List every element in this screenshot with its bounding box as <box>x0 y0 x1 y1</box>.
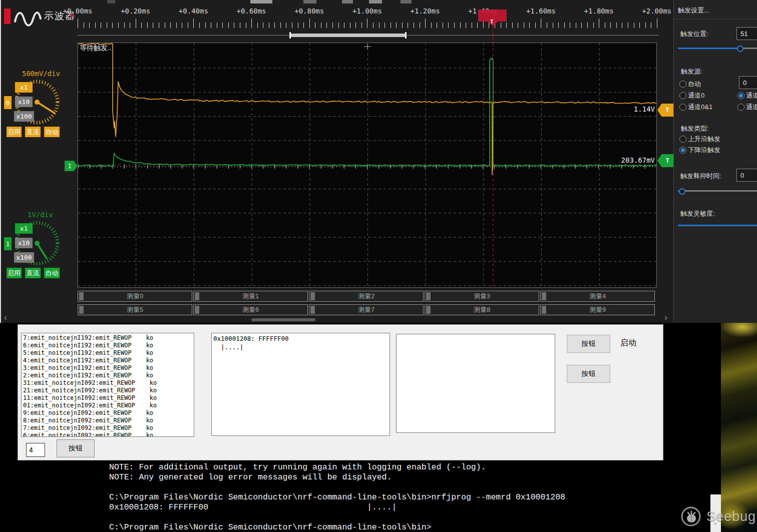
ruler-tick <box>205 23 206 28</box>
ruler-tick <box>130 23 130 28</box>
ch1-mode-auto[interactable]: 自动 <box>44 268 60 278</box>
power-log-listbox[interactable]: 7:emit_noitcejnI192:emit_REWOP ko 6:emit… <box>21 333 194 437</box>
measure-button-0[interactable]: 测量0 <box>78 291 192 302</box>
zoom-window-bar[interactable] <box>291 34 405 37</box>
radio-下降沿触发[interactable] <box>679 147 686 154</box>
ch0-mode-dc[interactable]: 直流 <box>25 127 41 137</box>
ch0-gain-x1[interactable]: x1 <box>15 82 33 93</box>
ruler-tick <box>309 19 310 28</box>
trigger-flag-label: T <box>490 19 494 25</box>
ruler-tick <box>298 23 298 28</box>
ruler-label: +0.60ms <box>234 7 269 15</box>
ruler-tick <box>246 23 246 28</box>
trigger-position-slider-track2[interactable] <box>743 48 757 49</box>
ch1-scale-label: 1V/div <box>28 211 53 219</box>
trigger-position-slider-handle[interactable] <box>737 46 743 52</box>
ch1-gain-x100[interactable]: x100 <box>14 252 34 263</box>
radio-label[interactable]: 通道 <box>746 91 757 100</box>
ruler-label: +1.60ms <box>523 7 558 15</box>
holdoff-slider-handle[interactable] <box>679 188 685 195</box>
ch0-mode-auto[interactable]: 自动 <box>44 127 60 137</box>
ruler-tick <box>355 23 356 28</box>
trigger-settings-panel: 触发设置... 触发位置: 51 触发源: 0 触发类型: 触发释抑时间: 0 … <box>673 0 757 323</box>
ruler-tick <box>541 19 541 28</box>
ch0-scale-label: 500mV/div <box>22 70 60 78</box>
scroll-right-icon[interactable]: › <box>664 312 667 323</box>
empty-output-box[interactable] <box>396 334 555 433</box>
count-input[interactable]: 4 <box>26 443 45 457</box>
ruler-tick <box>651 23 651 28</box>
ch0-gain-x100[interactable]: x100 <box>14 111 34 122</box>
ruler-tick <box>303 23 304 28</box>
ch1-trigger-level-flag[interactable]: T <box>657 154 674 167</box>
sensitivity-label: 触发灵敏度: <box>680 209 715 218</box>
ch1-ground-marker[interactable]: 1 <box>65 161 78 171</box>
measure-button-6[interactable]: 测量6 <box>193 304 308 315</box>
ruler-tick <box>581 23 582 28</box>
measure-button-9[interactable]: 测量9 <box>540 304 655 315</box>
radio-通道[interactable] <box>737 104 744 111</box>
radio-上升沿触发[interactable] <box>679 136 686 143</box>
action-button-2[interactable]: 按钮 <box>567 365 610 383</box>
radio-label[interactable]: 通道0&1 <box>688 103 712 112</box>
trigger-type-label: 触发类型: <box>681 124 709 133</box>
ch0-gain-x10[interactable]: x10 <box>15 97 33 107</box>
memory-readout-box[interactable]: 0x10001208: FFFFFF00 |....| <box>211 333 390 436</box>
radio-自动[interactable] <box>679 81 686 88</box>
holdoff-input[interactable]: 0 <box>736 169 757 182</box>
ruler-tick <box>153 23 153 28</box>
ruler-tick <box>176 23 177 28</box>
radio-通道0[interactable] <box>679 92 686 99</box>
ruler-tick <box>553 23 553 28</box>
ruler-tick <box>634 23 634 28</box>
radio-label[interactable]: 下降沿触发 <box>688 146 720 155</box>
measure-button-5[interactable]: 测量5 <box>78 304 192 315</box>
trigger-position-slider-track[interactable] <box>678 48 738 49</box>
ruler-tick <box>535 23 536 28</box>
ruler-tick <box>466 23 466 28</box>
radio-通道0&1[interactable] <box>679 104 686 111</box>
measure-button-3[interactable]: 测量3 <box>425 291 539 302</box>
measure-button-7[interactable]: 测量7 <box>309 304 424 315</box>
waveform-plot[interactable]: 等待触发.. <box>78 43 657 288</box>
ruler-tick <box>558 23 559 28</box>
ruler-tick <box>645 23 646 28</box>
measure-button-1[interactable]: 测量1 <box>193 291 308 302</box>
measure-button-2[interactable]: 测量2 <box>309 291 424 302</box>
ruler-tick <box>147 23 148 28</box>
ch0-trigger-level-flag[interactable]: T <box>657 104 674 117</box>
measure-button-8[interactable]: 测量8 <box>425 304 539 315</box>
action-button-1[interactable]: 按钮 <box>567 335 610 353</box>
zoom-window-right-cap[interactable] <box>405 32 407 39</box>
radio-label[interactable]: 自动 <box>688 80 701 89</box>
scroll-left-icon[interactable]: ‹ <box>4 312 7 323</box>
ruler-tick <box>141 23 142 28</box>
ruler-tick <box>159 23 159 28</box>
ruler-tick <box>628 23 628 28</box>
ch1-level-readout: 203.67mV <box>596 156 655 164</box>
ch1-gain-x1[interactable]: x1 <box>15 223 33 234</box>
ruler-tick <box>414 23 414 28</box>
ruler-tick <box>222 23 223 28</box>
trigger-source-value-input[interactable]: 0 <box>739 76 757 89</box>
radio-label[interactable]: 通道 <box>746 103 757 112</box>
ruler-tick <box>274 23 275 28</box>
ch1-mode-enable[interactable]: 启用 <box>7 268 22 278</box>
seebug-watermark: Seebug <box>680 505 756 527</box>
trigger-line-stub <box>493 26 493 43</box>
ruler-tick <box>188 23 188 28</box>
trigger-position-input[interactable]: 51 <box>736 27 757 40</box>
holdoff-slider-track2[interactable] <box>685 190 757 192</box>
ch1-mode-dc[interactable]: 直流 <box>25 268 41 278</box>
trigger-source-label: 触发源: <box>681 67 702 76</box>
ruler-tick <box>182 23 182 28</box>
sensitivity-slider-track[interactable] <box>678 225 757 226</box>
measure-button-4[interactable]: 测量4 <box>540 291 655 302</box>
radio-label[interactable]: 上升沿触发 <box>688 135 720 144</box>
radio-label[interactable]: 通道0 <box>688 91 704 100</box>
scope-hscrollbar-thumb[interactable] <box>251 318 315 321</box>
ch1-gain-x10[interactable]: x10 <box>15 238 33 248</box>
radio-通道[interactable] <box>737 92 744 99</box>
ch0-mode-enable[interactable]: 启用 <box>7 127 22 137</box>
bottom-action-button[interactable]: 按钮 <box>57 439 95 457</box>
